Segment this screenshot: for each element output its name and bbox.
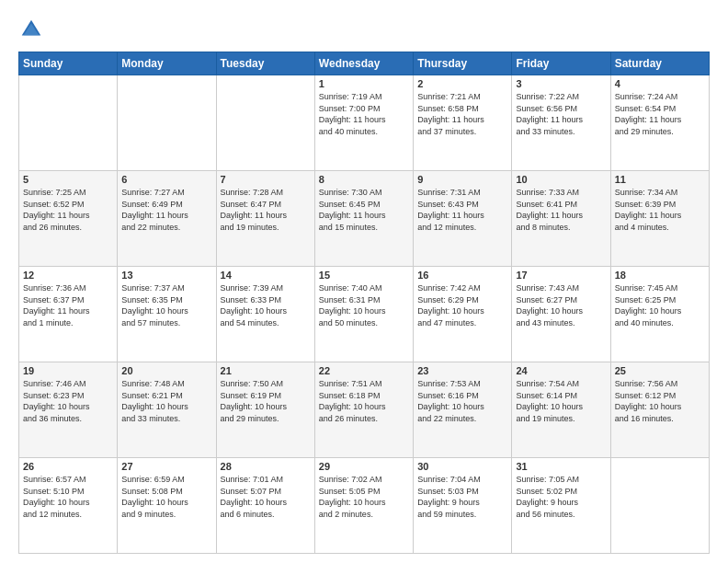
calendar-cell: 16Sunrise: 7:42 AM Sunset: 6:29 PM Dayli…	[414, 267, 512, 362]
day-number: 21	[221, 365, 311, 376]
day-info: Sunrise: 7:54 AM Sunset: 6:14 PM Dayligh…	[516, 378, 606, 424]
day-info: Sunrise: 6:59 AM Sunset: 5:08 PM Dayligh…	[121, 474, 211, 520]
day-info: Sunrise: 7:33 AM Sunset: 6:41 PM Dayligh…	[516, 187, 606, 233]
calendar-cell: 26Sunrise: 6:57 AM Sunset: 5:10 PM Dayli…	[19, 458, 118, 554]
day-info: Sunrise: 7:05 AM Sunset: 5:02 PM Dayligh…	[516, 474, 606, 520]
day-number: 10	[516, 174, 606, 185]
day-info: Sunrise: 7:22 AM Sunset: 6:56 PM Dayligh…	[516, 91, 606, 137]
calendar-cell: 18Sunrise: 7:45 AM Sunset: 6:25 PM Dayli…	[610, 267, 709, 362]
weekday-header: Tuesday	[216, 52, 314, 75]
calendar-cell	[19, 75, 118, 171]
calendar-cell: 7Sunrise: 7:28 AM Sunset: 6:47 PM Daylig…	[216, 171, 314, 267]
calendar-week-row: 19Sunrise: 7:46 AM Sunset: 6:23 PM Dayli…	[19, 362, 710, 458]
day-number: 24	[516, 365, 606, 376]
calendar-cell: 6Sunrise: 7:27 AM Sunset: 6:49 PM Daylig…	[118, 171, 216, 267]
calendar-header-row: SundayMondayTuesdayWednesdayThursdayFrid…	[19, 52, 710, 75]
weekday-header: Saturday	[610, 52, 709, 75]
calendar-cell: 4Sunrise: 7:24 AM Sunset: 6:54 PM Daylig…	[610, 75, 709, 171]
calendar-cell: 22Sunrise: 7:51 AM Sunset: 6:18 PM Dayli…	[314, 362, 413, 458]
day-info: Sunrise: 7:21 AM Sunset: 6:58 PM Dayligh…	[417, 91, 507, 137]
day-number: 31	[516, 461, 606, 472]
day-info: Sunrise: 7:25 AM Sunset: 6:52 PM Dayligh…	[23, 187, 113, 233]
day-number: 26	[23, 461, 113, 472]
calendar-cell: 3Sunrise: 7:22 AM Sunset: 6:56 PM Daylig…	[512, 75, 610, 171]
day-info: Sunrise: 7:39 AM Sunset: 6:33 PM Dayligh…	[221, 282, 311, 328]
calendar-cell: 19Sunrise: 7:46 AM Sunset: 6:23 PM Dayli…	[19, 362, 118, 458]
calendar-cell: 1Sunrise: 7:19 AM Sunset: 7:00 PM Daylig…	[314, 75, 413, 171]
calendar-cell	[216, 75, 314, 171]
calendar-cell	[610, 458, 709, 554]
day-info: Sunrise: 7:45 AM Sunset: 6:25 PM Dayligh…	[615, 282, 705, 328]
day-info: Sunrise: 7:36 AM Sunset: 6:37 PM Dayligh…	[23, 282, 113, 328]
day-number: 5	[23, 174, 113, 185]
day-number: 30	[417, 461, 507, 472]
calendar-cell: 31Sunrise: 7:05 AM Sunset: 5:02 PM Dayli…	[512, 458, 610, 554]
day-info: Sunrise: 7:42 AM Sunset: 6:29 PM Dayligh…	[417, 282, 507, 328]
day-number: 8	[319, 174, 409, 185]
day-info: Sunrise: 7:28 AM Sunset: 6:47 PM Dayligh…	[221, 187, 311, 233]
calendar-cell: 12Sunrise: 7:36 AM Sunset: 6:37 PM Dayli…	[19, 267, 118, 362]
calendar-cell: 30Sunrise: 7:04 AM Sunset: 5:03 PM Dayli…	[414, 458, 512, 554]
calendar-cell	[118, 75, 216, 171]
calendar-table: SundayMondayTuesdayWednesdayThursdayFrid…	[18, 52, 710, 554]
calendar-cell: 17Sunrise: 7:43 AM Sunset: 6:27 PM Dayli…	[512, 267, 610, 362]
weekday-header: Thursday	[414, 52, 512, 75]
calendar-week-row: 1Sunrise: 7:19 AM Sunset: 7:00 PM Daylig…	[19, 75, 710, 171]
day-number: 18	[615, 270, 705, 281]
calendar-cell: 15Sunrise: 7:40 AM Sunset: 6:31 PM Dayli…	[314, 267, 413, 362]
calendar-cell: 2Sunrise: 7:21 AM Sunset: 6:58 PM Daylig…	[414, 75, 512, 171]
calendar-cell: 23Sunrise: 7:53 AM Sunset: 6:16 PM Dayli…	[414, 362, 512, 458]
calendar-cell: 27Sunrise: 6:59 AM Sunset: 5:08 PM Dayli…	[118, 458, 216, 554]
day-info: Sunrise: 7:34 AM Sunset: 6:39 PM Dayligh…	[615, 187, 705, 233]
day-info: Sunrise: 7:02 AM Sunset: 5:05 PM Dayligh…	[319, 474, 409, 520]
day-info: Sunrise: 7:40 AM Sunset: 6:31 PM Dayligh…	[319, 282, 409, 328]
weekday-header: Wednesday	[314, 52, 413, 75]
calendar-week-row: 5Sunrise: 7:25 AM Sunset: 6:52 PM Daylig…	[19, 171, 710, 267]
day-info: Sunrise: 7:30 AM Sunset: 6:45 PM Dayligh…	[319, 187, 409, 233]
day-info: Sunrise: 7:31 AM Sunset: 6:43 PM Dayligh…	[417, 187, 507, 233]
day-number: 1	[319, 78, 409, 89]
day-number: 16	[417, 270, 507, 281]
calendar-cell: 25Sunrise: 7:56 AM Sunset: 6:12 PM Dayli…	[610, 362, 709, 458]
day-number: 17	[516, 270, 606, 281]
logo-icon	[18, 17, 44, 42]
day-info: Sunrise: 7:53 AM Sunset: 6:16 PM Dayligh…	[417, 378, 507, 424]
calendar-cell: 24Sunrise: 7:54 AM Sunset: 6:14 PM Dayli…	[512, 362, 610, 458]
header	[18, 17, 710, 42]
day-number: 4	[615, 78, 705, 89]
day-info: Sunrise: 7:48 AM Sunset: 6:21 PM Dayligh…	[121, 378, 211, 424]
day-info: Sunrise: 7:27 AM Sunset: 6:49 PM Dayligh…	[121, 187, 211, 233]
day-number: 12	[23, 270, 113, 281]
day-number: 3	[516, 78, 606, 89]
day-number: 7	[221, 174, 311, 185]
calendar-week-row: 26Sunrise: 6:57 AM Sunset: 5:10 PM Dayli…	[19, 458, 710, 554]
calendar-cell: 29Sunrise: 7:02 AM Sunset: 5:05 PM Dayli…	[314, 458, 413, 554]
calendar-cell: 9Sunrise: 7:31 AM Sunset: 6:43 PM Daylig…	[414, 171, 512, 267]
day-info: Sunrise: 7:37 AM Sunset: 6:35 PM Dayligh…	[121, 282, 211, 328]
day-info: Sunrise: 7:04 AM Sunset: 5:03 PM Dayligh…	[417, 474, 507, 520]
day-number: 23	[417, 365, 507, 376]
day-number: 20	[121, 365, 211, 376]
day-number: 27	[121, 461, 211, 472]
day-info: Sunrise: 7:19 AM Sunset: 7:00 PM Dayligh…	[319, 91, 409, 137]
day-number: 9	[417, 174, 507, 185]
day-info: Sunrise: 7:56 AM Sunset: 6:12 PM Dayligh…	[615, 378, 705, 424]
calendar-cell: 11Sunrise: 7:34 AM Sunset: 6:39 PM Dayli…	[610, 171, 709, 267]
day-info: Sunrise: 7:50 AM Sunset: 6:19 PM Dayligh…	[221, 378, 311, 424]
day-number: 13	[121, 270, 211, 281]
day-number: 28	[221, 461, 311, 472]
day-number: 25	[615, 365, 705, 376]
calendar-cell: 14Sunrise: 7:39 AM Sunset: 6:33 PM Dayli…	[216, 267, 314, 362]
day-info: Sunrise: 7:51 AM Sunset: 6:18 PM Dayligh…	[319, 378, 409, 424]
day-number: 15	[319, 270, 409, 281]
weekday-header: Monday	[118, 52, 216, 75]
day-number: 29	[319, 461, 409, 472]
calendar-cell: 5Sunrise: 7:25 AM Sunset: 6:52 PM Daylig…	[19, 171, 118, 267]
day-info: Sunrise: 7:46 AM Sunset: 6:23 PM Dayligh…	[23, 378, 113, 424]
day-info: Sunrise: 7:01 AM Sunset: 5:07 PM Dayligh…	[221, 474, 311, 520]
calendar-cell: 21Sunrise: 7:50 AM Sunset: 6:19 PM Dayli…	[216, 362, 314, 458]
calendar-cell: 28Sunrise: 7:01 AM Sunset: 5:07 PM Dayli…	[216, 458, 314, 554]
day-info: Sunrise: 7:43 AM Sunset: 6:27 PM Dayligh…	[516, 282, 606, 328]
day-number: 19	[23, 365, 113, 376]
weekday-header: Friday	[512, 52, 610, 75]
